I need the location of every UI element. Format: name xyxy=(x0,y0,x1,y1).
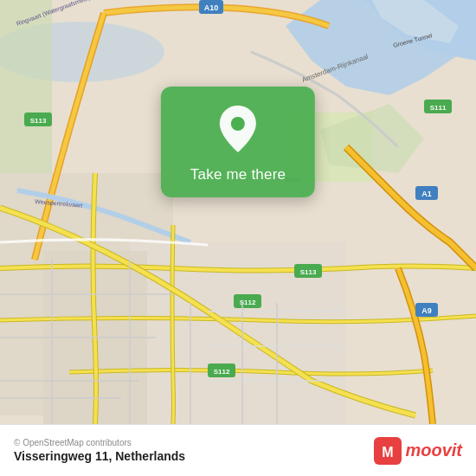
svg-text:S113: S113 xyxy=(30,117,47,125)
moovit-text: moovit xyxy=(405,441,462,460)
svg-text:A9: A9 xyxy=(421,306,432,315)
moovit-icon: M xyxy=(374,437,402,465)
footer-address: Visseringweg 11, Netherlands xyxy=(14,449,185,463)
overlay-box: Take me there xyxy=(161,87,315,197)
svg-text:S111: S111 xyxy=(430,104,447,112)
svg-text:A10: A10 xyxy=(204,3,219,12)
map-svg: A10 Amsterdam-Rijnkanaal Weespertrekvaar… xyxy=(0,0,476,424)
map-pin xyxy=(216,104,260,154)
svg-rect-5 xyxy=(0,0,52,173)
map-container[interactable]: A10 Amsterdam-Rijnkanaal Weespertrekvaar… xyxy=(0,0,476,424)
svg-text:S113: S113 xyxy=(300,268,317,276)
footer-credit: © OpenStreetMap contributors xyxy=(14,438,185,447)
svg-point-44 xyxy=(231,117,245,131)
footer-bar: © OpenStreetMap contributors Visseringwe… xyxy=(0,424,476,476)
svg-text:M: M xyxy=(383,445,394,460)
svg-text:A1: A1 xyxy=(421,190,432,198)
footer-left: © OpenStreetMap contributors Visseringwe… xyxy=(14,438,185,463)
svg-text:S112: S112 xyxy=(214,368,230,376)
moovit-logo: M moovit xyxy=(374,437,462,465)
take-me-there-button[interactable]: Take me there xyxy=(190,166,286,183)
